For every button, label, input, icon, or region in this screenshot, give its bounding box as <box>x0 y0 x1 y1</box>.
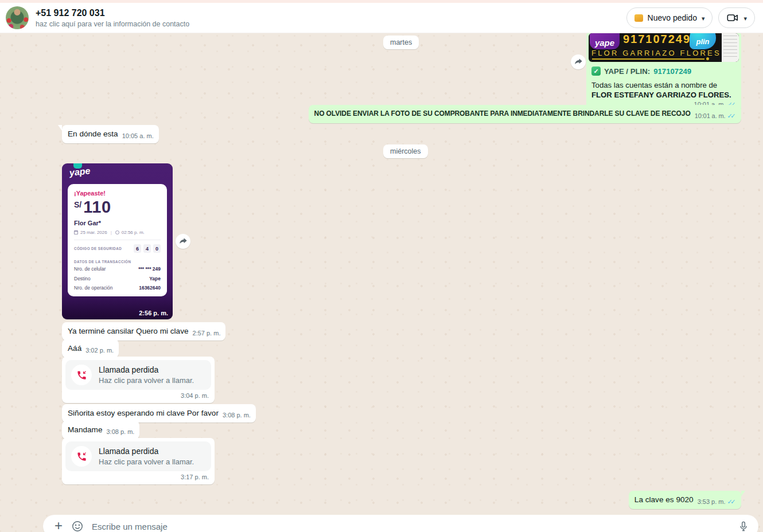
receipt-date: 25 mar. 2026 <box>80 230 107 235</box>
transaction-value: 16362640 <box>139 284 161 292</box>
banner-price-list-lines <box>723 36 737 60</box>
missed-call-message[interactable]: Llamada perdida Haz clic para volver a l… <box>62 357 215 403</box>
message-input-bar: + <box>43 515 758 532</box>
contact-subtitle[interactable]: haz clic aquí para ver la información de… <box>36 19 189 29</box>
banner-underline-dot <box>706 57 709 60</box>
separator: | <box>111 230 112 235</box>
incoming-message[interactable]: Ya terminé cansilar Quero mi clave 2:57 … <box>62 322 225 341</box>
header-actions: Nuevo pedido <box>626 7 755 28</box>
transaction-value: *** *** 249 <box>138 265 161 273</box>
chevron-down-icon <box>743 14 747 22</box>
chat-header: +51 912 720 031 haz clic aquí para ver l… <box>0 3 763 33</box>
video-camera-icon <box>726 11 739 24</box>
incoming-message[interactable]: Aáá 3:02 p. m. <box>62 339 119 358</box>
new-order-button[interactable]: Nuevo pedido <box>626 7 713 28</box>
banner-phone-number: 917107249 <box>623 34 691 45</box>
payment-banner-image[interactable]: yape 917107249 plin FLOR GARRIAZO FLORES <box>589 33 739 62</box>
missed-call-icon <box>71 365 92 385</box>
message-time: 2:57 p. m. <box>193 330 221 337</box>
divider <box>74 240 161 240</box>
plin-logo: plin <box>690 33 716 49</box>
mic-glyph <box>738 521 749 532</box>
pay-account-row: YAPE / PLIN: 917107249 <box>591 66 736 76</box>
transaction-label: Nro. de celular <box>74 265 106 273</box>
message-time: 10:01 a. m. <box>695 112 726 119</box>
microphone-icon[interactable] <box>738 521 749 532</box>
message-meta: 3:53 p. m. <box>698 498 736 506</box>
missed-call-text: Llamada perdida Haz clic para volver a l… <box>99 446 194 467</box>
missed-call-subtitle: Haz clic para volver a llamar. <box>99 457 194 467</box>
message-time: 3:53 p. m. <box>698 498 726 505</box>
message-text: Mandame <box>68 424 102 435</box>
message-meta: 10:01 a. m. <box>695 112 736 120</box>
message-text: En dónde esta <box>68 128 118 139</box>
receipt-card: ¡Yapeaste! S/ 110 Flor Gar* 25 mar. 2026… <box>68 184 167 296</box>
emoji-icon[interactable] <box>71 520 84 532</box>
transaction-data-label: DATOS DE LA TRANSACCIÓN <box>74 260 161 264</box>
message-text: Siñorita estoy esperando mi clave Por fa… <box>68 408 219 418</box>
forward-arrow-icon <box>574 57 583 66</box>
transaction-value: Yape <box>149 275 161 283</box>
clock-icon <box>115 230 119 234</box>
video-call-button[interactable] <box>718 7 755 28</box>
promo-text-line: Todas las cuentas están a nombre de <box>591 81 736 90</box>
message-time: 3:17 p. m. <box>65 471 211 482</box>
security-code-label: CÓDIGO DE SEGURIDAD <box>74 247 122 251</box>
yape-script-logo: yape <box>69 166 91 178</box>
message-time: 3:08 p. m. <box>223 412 251 419</box>
incoming-message[interactable]: Mandame 3:08 p. m. <box>62 421 139 439</box>
missed-call-phone-icon <box>76 370 87 381</box>
receipt-image-message[interactable]: yape ¡Yapeaste! S/ 110 Flor Gar* 25 mar.… <box>62 163 173 319</box>
attach-plus-icon[interactable]: + <box>54 519 63 532</box>
missed-call-phone-icon <box>76 451 87 462</box>
missed-call-card[interactable]: Llamada perdida Haz clic para volver a l… <box>65 360 211 390</box>
security-digit: 0 <box>153 244 161 253</box>
message-text: La clave es 9020 <box>634 494 694 505</box>
currency-symbol: S/ <box>74 200 81 209</box>
outgoing-message[interactable]: La clave es 9020 3:53 p. m. <box>629 491 741 509</box>
contact-name[interactable]: +51 912 720 031 <box>36 7 189 19</box>
message-text: Aáá <box>68 343 81 354</box>
order-tag-icon <box>634 14 643 22</box>
missed-call-card[interactable]: Llamada perdida Haz clic para volver a l… <box>65 441 211 471</box>
message-time: 3:08 p. m. <box>106 428 134 436</box>
emoji-smiley-icon <box>71 520 84 532</box>
forward-button[interactable] <box>176 234 190 249</box>
security-digit: 4 <box>143 244 151 253</box>
outgoing-promo-message[interactable]: yape 917107249 plin FLOR GARRIAZO FLORES… <box>586 33 741 114</box>
missed-call-message[interactable]: Llamada perdida Haz clic para volver a l… <box>62 438 215 484</box>
banner-underline <box>592 58 704 60</box>
missed-call-title: Llamada perdida <box>99 446 194 456</box>
read-ticks-icon <box>726 498 736 505</box>
pay-label: YAPE / PLIN: <box>604 66 650 77</box>
incoming-message[interactable]: En dónde esta 10:05 a. m. <box>62 125 159 143</box>
message-time: 3:02 p. m. <box>85 347 114 354</box>
contact-avatar[interactable] <box>6 6 29 29</box>
amount-value: 110 <box>83 198 111 216</box>
chat-area: martes miércoles yape 917107249 plin FLO… <box>0 33 763 532</box>
outgoing-reminder-message[interactable]: NO OLVIDE ENVIAR LA FOTO DE SU COMPROBAN… <box>309 105 741 123</box>
security-code-row: CÓDIGO DE SEGURIDAD 6 4 0 <box>74 244 161 253</box>
message-text: NO OLVIDE ENVIAR LA FOTO DE SU COMPROBAN… <box>314 108 691 119</box>
promo-message-body: YAPE / PLIN: 917107249 Todas las cuentas… <box>589 62 739 111</box>
transaction-row: Nro. de celular *** *** 249 <box>74 265 161 273</box>
pay-number: 917107249 <box>653 66 691 77</box>
transaction-label: Nro. de operación <box>74 284 113 292</box>
message-input[interactable] <box>92 522 738 531</box>
receipt-amount: S/ 110 <box>74 198 161 216</box>
transaction-row: Destino Yape <box>74 275 161 283</box>
contact-info[interactable]: +51 912 720 031 haz clic aquí para ver l… <box>36 7 189 29</box>
incoming-message[interactable]: Siñorita estoy esperando mi clave Por fa… <box>62 404 256 423</box>
forward-button[interactable] <box>571 54 586 69</box>
message-time: 10:05 a. m. <box>122 132 154 140</box>
date-divider: miércoles <box>383 144 428 158</box>
promo-owner-line: FLOR ESTEFANY GARRIAZO FLORES. <box>591 90 736 100</box>
missed-call-title: Llamada perdida <box>99 365 194 375</box>
receipt-headline: ¡Yapeaste! <box>74 190 161 197</box>
banner-price-list-thumbnail <box>722 33 739 62</box>
receipt-hour: 02:56 p. m. <box>122 230 145 235</box>
message-time: 3:04 p. m. <box>65 390 211 400</box>
read-ticks-icon <box>726 112 736 119</box>
message-time: 2:56 p. m. <box>139 310 168 316</box>
missed-call-subtitle: Haz clic para volver a llamar. <box>99 375 194 385</box>
